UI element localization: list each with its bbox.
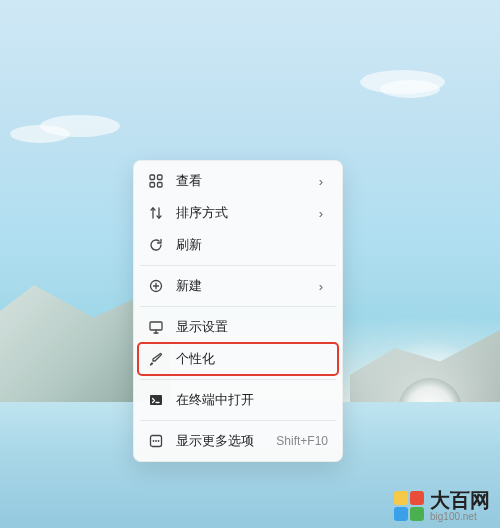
brand-name-cn: 大百网 bbox=[430, 490, 490, 510]
svg-point-10 bbox=[158, 440, 160, 442]
menu-separator bbox=[140, 420, 336, 421]
chevron-right-icon: › bbox=[314, 206, 328, 221]
brand-name-en: big100.net bbox=[430, 512, 490, 522]
menu-item-label: 刷新 bbox=[176, 236, 328, 254]
brand-logo-icon bbox=[394, 491, 424, 521]
cloud bbox=[380, 80, 440, 98]
desktop-context-menu: 查看›排序方式›刷新新建›显示设置个性化在终端中打开显示更多选项Shift+F1… bbox=[133, 160, 343, 462]
menu-item-label: 排序方式 bbox=[176, 204, 302, 222]
cloud bbox=[10, 125, 70, 143]
menu-separator bbox=[140, 379, 336, 380]
menu-item[interactable]: 在终端中打开 bbox=[138, 384, 338, 416]
svg-rect-1 bbox=[158, 175, 163, 180]
brush-icon bbox=[148, 351, 164, 367]
menu-item-label: 查看 bbox=[176, 172, 302, 190]
svg-point-9 bbox=[155, 440, 157, 442]
menu-separator bbox=[140, 306, 336, 307]
menu-item-label: 在终端中打开 bbox=[176, 391, 328, 409]
menu-item[interactable]: 查看› bbox=[138, 165, 338, 197]
chevron-right-icon: › bbox=[314, 279, 328, 294]
menu-item[interactable]: 排序方式› bbox=[138, 197, 338, 229]
watermark: 大百网 big100.net bbox=[394, 490, 490, 522]
menu-item[interactable]: 新建› bbox=[138, 270, 338, 302]
menu-item[interactable]: 个性化 bbox=[138, 343, 338, 375]
sort-icon bbox=[148, 205, 164, 221]
svg-rect-6 bbox=[150, 395, 162, 405]
plus-circle-icon bbox=[148, 278, 164, 294]
menu-item-label: 个性化 bbox=[176, 350, 328, 368]
brand-text: 大百网 big100.net bbox=[430, 490, 490, 522]
display-icon bbox=[148, 319, 164, 335]
svg-point-8 bbox=[153, 440, 155, 442]
menu-item[interactable]: 显示更多选项Shift+F10 bbox=[138, 425, 338, 457]
menu-item[interactable]: 显示设置 bbox=[138, 311, 338, 343]
desktop-wallpaper: 查看›排序方式›刷新新建›显示设置个性化在终端中打开显示更多选项Shift+F1… bbox=[0, 0, 500, 528]
grid-icon bbox=[148, 173, 164, 189]
menu-item-label: 显示设置 bbox=[176, 318, 328, 336]
menu-item-shortcut: Shift+F10 bbox=[276, 434, 328, 448]
refresh-icon bbox=[148, 237, 164, 253]
menu-item-label: 新建 bbox=[176, 277, 302, 295]
menu-item[interactable]: 刷新 bbox=[138, 229, 338, 261]
menu-separator bbox=[140, 265, 336, 266]
more-icon bbox=[148, 433, 164, 449]
svg-rect-2 bbox=[150, 183, 155, 188]
menu-item-label: 显示更多选项 bbox=[176, 432, 264, 450]
terminal-icon bbox=[148, 392, 164, 408]
svg-rect-3 bbox=[158, 183, 163, 188]
chevron-right-icon: › bbox=[314, 174, 328, 189]
svg-rect-0 bbox=[150, 175, 155, 180]
svg-rect-5 bbox=[150, 322, 162, 330]
